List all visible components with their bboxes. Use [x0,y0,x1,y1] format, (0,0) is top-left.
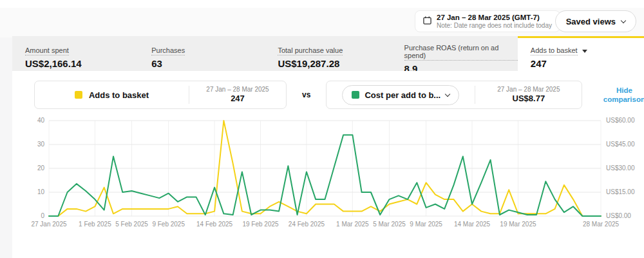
comparison-metric-dropdown[interactable]: Cost per add to b... [342,85,459,105]
x-axis-tick: 19 Feb 2025 [242,221,279,228]
x-axis-tick: 27 Jan 2025 [31,221,66,228]
secondary-average: US$8.77 [513,94,545,104]
x-axis-tick: 28 Mar 2025 [583,221,620,228]
left-axis-tick: 10 [37,188,45,195]
metric-label: Purchase ROAS (return on ad spend) [404,44,518,61]
chart-card: Adds to basket 27 Jan – 28 Mar 2025 247 … [12,71,644,258]
page-gutter [0,37,12,258]
metric-value: 63 [151,58,265,69]
secondary-series-card: Cost per add to b... 27 Jan – 28 Mar 202… [326,81,582,109]
x-axis-tick: 19 Mar 2025 [500,221,536,228]
left-axis-tick: 0 [41,212,44,219]
primary-series-card: Adds to basket 27 Jan – 28 Mar 2025 247 [34,81,287,109]
calendar-icon [423,15,431,27]
metric-tab-amount-spent[interactable]: Amount spent US$2,166.14 [12,36,138,71]
right-axis-tick: US$15.00 [606,188,635,195]
secondary-legend-swatch [352,91,359,99]
metric-value: US$19,287.28 [278,58,391,69]
metric-value: US$2,166.14 [25,58,138,69]
right-axis-tick: US$60.00 [606,117,635,124]
metrics-bar: Amount spent US$2,166.14 Purchases 63 To… [12,36,644,71]
x-axis-tick: 14 Mar 2025 [454,221,491,228]
trend-chart-svg: 0US$0.0010US$15.0020US$30.0030US$45.0040… [25,117,637,231]
chevron-down-icon [621,17,626,23]
vs-label: vs [302,90,310,99]
chevron-down-icon [445,91,450,96]
metric-label: Adds to basket [531,46,578,55]
left-axis-tick: 30 [37,141,45,148]
ads-analytics-page: 27 Jan – 28 Mar 2025 (GMT-7) Note: Date … [0,0,644,258]
x-axis-tick: 1 Feb 2025 [79,221,111,228]
left-axis-tick: 40 [37,117,45,124]
primary-period: 27 Jan – 28 Mar 2025 [206,85,269,94]
hide-comparison-link[interactable]: Hide comparison [595,86,644,104]
trend-chart: 0US$0.0010US$15.0020US$30.0030US$45.0040… [25,117,637,231]
saved-views-label: Saved views [566,17,616,26]
metric-tab-adds-to-basket[interactable]: Adds to basket 247 [518,36,644,71]
saved-views-button[interactable]: Saved views [555,10,636,32]
metric-label: Amount spent [25,46,69,55]
x-axis-tick: 1 Mar 2025 [336,221,369,228]
metric-tab-purchases[interactable]: Purchases 63 [138,36,265,71]
x-axis-tick: 9 Mar 2025 [410,221,442,228]
dropdown-caret-icon [582,50,587,53]
x-axis-tick: 5 Feb 2025 [115,221,148,228]
x-axis-tick: 5 Mar 2025 [373,221,406,228]
primary-total: 247 [231,94,245,104]
metric-tab-purchase-roas[interactable]: Purchase ROAS (return on ad spend) 8.9 [392,36,518,71]
metric-tab-total-purchase-value[interactable]: Total purchase value US$19,287.28 [265,36,391,71]
secondary-period: 27 Jan – 28 Mar 2025 [497,85,560,94]
metric-label: Purchases [151,46,185,55]
secondary-series-name: Cost per add to b... [365,90,440,100]
right-axis-tick: US$0.00 [606,212,631,219]
right-axis-tick: US$30.00 [606,164,635,172]
primary-series-name: Adds to basket [89,90,149,100]
x-axis-tick: 14 Feb 2025 [196,221,233,228]
right-axis-tick: US$45.00 [606,141,635,148]
left-axis-tick: 20 [37,164,45,172]
x-axis-tick: 9 Feb 2025 [152,221,185,228]
date-range-label: 27 Jan – 28 Mar 2025 (GMT-7) [437,13,552,22]
metric-value: 247 [531,58,644,69]
comparison-bar: Adds to basket 27 Jan – 28 Mar 2025 247 … [34,81,644,109]
date-range-picker[interactable]: 27 Jan – 28 Mar 2025 (GMT-7) Note: Date … [415,10,560,32]
metric-label: Total purchase value [278,46,343,55]
primary-legend-swatch [75,91,82,99]
date-range-note: Note: Date range does not include today [437,22,552,30]
x-axis-tick: 24 Feb 2025 [289,221,325,228]
